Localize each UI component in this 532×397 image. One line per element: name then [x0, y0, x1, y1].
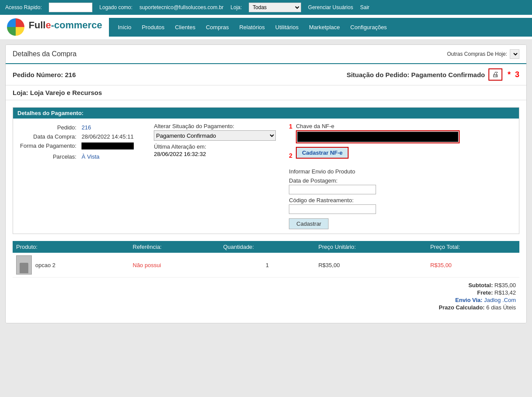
col-preco-unitario: Preço Unitário: — [315, 241, 427, 253]
logado-como-label: Logado como: — [99, 4, 132, 10]
order-status-area: Situação do Pedido: Pagamento Confirmado… — [346, 68, 519, 81]
parcelas-row: Parcelas: À Vista — [17, 152, 136, 161]
nav-produtos[interactable]: Produtos — [136, 18, 169, 37]
main-wrapper: Detalhes da Compra Outras Compras De Hoj… — [5, 44, 527, 323]
prazo-row: Prazo Calculado: 6 dias Úteis — [16, 304, 516, 311]
payment-right: 1 Chave da NF-e 2 Cadastrar NF-e — [285, 123, 515, 229]
product-image-icon — [16, 255, 32, 275]
payment-section: Detalhes do Pagamento: Pedido: 216 Data … — [13, 107, 519, 234]
pedido-row: Pedido: 216 — [17, 123, 136, 132]
forma-pagamento-label: Forma de Pagamento: — [17, 141, 79, 152]
products-table: Produto: Referência: Quantidade: Preço U… — [13, 241, 519, 278]
data-compra-label: Data da Compra: — [17, 132, 79, 141]
codigo-rastreamento-field: Código de Rastreamento: — [289, 197, 515, 214]
order-number: Pedido Número: 216 — [13, 71, 76, 78]
shipping-section: Informar Envio do Produto Data de Postag… — [289, 168, 515, 229]
logo-icon — [7, 18, 24, 36]
pedido-value[interactable]: 216 — [81, 124, 91, 131]
product-name-cell: opcao 2 — [13, 253, 129, 278]
forma-pagamento-value — [81, 143, 134, 149]
outras-compras: Outras Compras De Hoje: — [447, 49, 519, 59]
payment-middle: Alterar Situação do Pagamento: Pagamento… — [145, 123, 276, 229]
print-button[interactable]: 🖨 — [488, 68, 502, 81]
totals-section: Subtotal: R$35,00 Frete: R$13,42 Envio V… — [13, 278, 519, 316]
acesso-rapido-label: Acesso Rápido: — [5, 4, 42, 10]
top-bar: Acesso Rápido: Logado como: suportetecni… — [0, 0, 532, 15]
nav-relatorios[interactable]: Relatórios — [234, 18, 270, 37]
codigo-rastreamento-input[interactable] — [289, 204, 376, 214]
product-reference: Não possui — [129, 253, 220, 278]
content-area: Detalhes do Pagamento: Pedido: 216 Data … — [6, 100, 526, 323]
cadastrar-nfe-button[interactable]: Cadastrar NF-e — [296, 147, 349, 159]
codigo-rastreamento-label: Código de Rastreamento: — [289, 197, 515, 204]
data-compra-value: 28/06/2022 14:45:11 — [79, 132, 136, 141]
ultima-alteracao-value: 28/06/2022 16:32:32 — [154, 151, 206, 157]
sair-link[interactable]: Sair — [360, 4, 369, 10]
data-postagem-input[interactable] — [289, 185, 376, 194]
alterar-situacao-label: Alterar Situação do Pagamento: — [154, 123, 276, 129]
nfe-badge-1: 1 — [289, 123, 292, 130]
nav-utilitarios[interactable]: Utilitários — [270, 18, 304, 37]
logado-como-value: suportetecnico@fullsolucoes.com.br — [139, 4, 224, 10]
chave-nfe-input[interactable] — [297, 132, 458, 142]
informar-envio-title: Informar Envio do Produto — [289, 168, 515, 175]
page-header: Detalhes da Compra Outras Compras De Hoj… — [6, 45, 526, 64]
payment-section-header: Detalhes do Pagamento: — [13, 108, 519, 119]
envio-via-row: Envio Via: Jadlog .Com — [16, 297, 516, 303]
product-total-price: R$35,00 — [427, 253, 519, 278]
order-header: Pedido Número: 216 Situação do Pedido: P… — [6, 64, 526, 85]
col-preco-total: Preço Total: — [427, 241, 519, 253]
nav-inicio[interactable]: Início — [112, 18, 136, 37]
col-produto: Produto: — [13, 241, 129, 253]
parcelas-value: À Vista — [79, 152, 136, 161]
payment-left: Pedido: 216 Data da Compra: 28/06/2022 1… — [17, 123, 136, 229]
store-name-section: Loja: Loja Varejo e Recursos — [6, 85, 526, 100]
pedido-label: Pedido: — [17, 123, 79, 132]
outras-compras-select[interactable] — [510, 49, 519, 59]
alterar-situacao-row: Alterar Situação do Pagamento: Pagamento… — [154, 123, 276, 141]
parcelas-label: Parcelas: — [17, 152, 79, 161]
logo-text: Fulle-commerce — [29, 20, 102, 31]
nav-marketplace[interactable]: Marketplace — [304, 18, 345, 37]
product-name: opcao 2 — [35, 262, 55, 268]
product-quantity: 1 — [220, 253, 315, 278]
data-postagem-field: Data de Postagem: — [289, 177, 515, 194]
payment-section-body: Pedido: 216 Data da Compra: 28/06/2022 1… — [13, 119, 519, 234]
logo-nav-bar: Fulle-commerce Início Produtos Clientes … — [0, 15, 532, 39]
outras-compras-label: Outras Compras De Hoje: — [447, 51, 507, 57]
nav-clientes[interactable]: Clientes — [170, 18, 201, 37]
data-postagem-label: Data de Postagem: — [289, 177, 515, 184]
chave-nfe-wrapper — [296, 130, 460, 143]
nav-compras[interactable]: Compras — [200, 18, 234, 37]
cadastrar-shipping-button[interactable]: Cadastrar — [289, 218, 329, 229]
logo-area: Fulle-commerce — [0, 15, 109, 39]
status-select[interactable]: Pagamento Confirmado Aguardando Pagament… — [154, 130, 276, 141]
product-unit-price: R$35,00 — [315, 253, 427, 278]
chave-nfe-label: Chave da NF-e — [296, 123, 460, 129]
loja-select[interactable]: Todas Loja 1 Loja 2 — [249, 3, 301, 12]
page-title: Detalhes da Compra — [13, 50, 77, 58]
data-compra-row: Data da Compra: 28/06/2022 14:45:11 — [17, 132, 136, 141]
forma-pagamento-row: Forma de Pagamento: — [17, 141, 136, 152]
ultima-alteracao-label: Última Alteração em: — [154, 143, 276, 150]
nav-configuracoes[interactable]: Configurações — [345, 18, 392, 37]
nfe-badge-2: 2 — [289, 152, 292, 159]
acesso-rapido-input[interactable] — [49, 3, 92, 12]
product-row: opcao 2 Não possui 1 R$35,00 R$35,00 — [13, 253, 519, 278]
gerenciar-usuarios-link[interactable]: Gerenciar Usuários — [308, 4, 353, 10]
number-3-badge: 3 — [515, 70, 519, 79]
asterisk-badge: * — [508, 70, 511, 79]
col-referencia: Referência: — [129, 241, 220, 253]
ultima-alteracao-row: Última Alteração em: 28/06/2022 16:32:32 — [154, 143, 276, 157]
frete-row: Frete: R$13,42 — [16, 289, 516, 296]
loja-label: Loja: — [230, 4, 242, 10]
subtotal-row: Subtotal: R$35,00 — [16, 282, 516, 288]
products-header-row: Produto: Referência: Quantidade: Preço U… — [13, 241, 519, 253]
order-status-text: Situação do Pedido: Pagamento Confirmado — [346, 71, 485, 78]
nav-bar: Início Produtos Clientes Compras Relatór… — [109, 18, 532, 37]
col-quantidade: Quantidade: — [220, 241, 315, 253]
